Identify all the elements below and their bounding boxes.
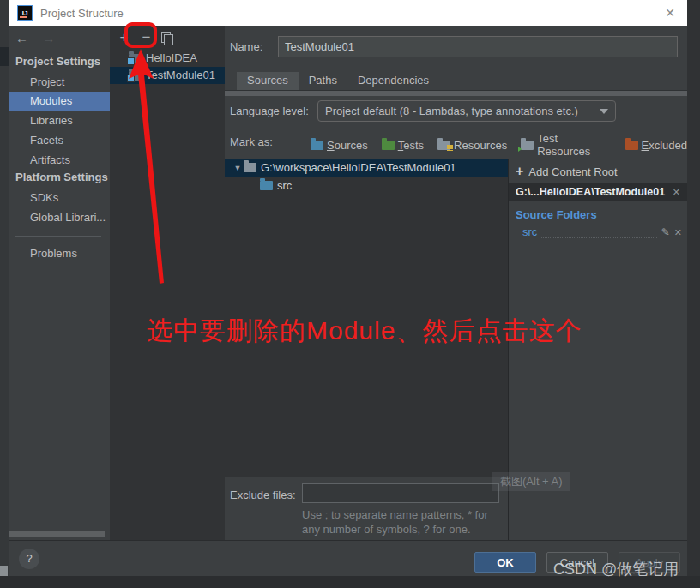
intellij-logo-icon: IJ (17, 5, 33, 21)
tree-row-content-root[interactable]: ▼ G:\workspace\HelloIDEA\TestModule01 (225, 159, 508, 177)
tests-folder-icon (382, 141, 395, 150)
chevron-down-icon (600, 109, 608, 114)
forward-arrow-icon: → (42, 31, 55, 45)
dialog-title-bar: IJ Project Structure ✕ (9, 0, 687, 26)
background-status-bar (0, 576, 700, 588)
settings-sidebar: ← → Project Settings Project Modules Lib… (9, 26, 110, 540)
tree-row-src[interactable]: src (225, 177, 508, 195)
excluded-folder-icon (625, 141, 638, 150)
module-editor-panel: Name: Sources Paths Dependencies Languag… (225, 26, 687, 540)
mark-as-label: Mark as: (230, 135, 273, 148)
screen: IJ Project Structure ✕ ← → Project Setti… (0, 0, 700, 588)
source-folder-entry[interactable]: src ✎ ✕ (522, 225, 682, 238)
sidebar-item-libraries[interactable]: Libraries (9, 111, 110, 130)
project-structure-dialog: IJ Project Structure ✕ ← → Project Setti… (9, 0, 687, 576)
exclude-files-input[interactable] (302, 483, 499, 503)
background-window-fragment (0, 47, 9, 66)
sidebar-item-modules[interactable]: Modules (9, 92, 110, 111)
mark-as-resources[interactable]: Resources (438, 139, 507, 152)
close-icon[interactable]: ✕ (661, 6, 679, 20)
editor-tabs: Sources Paths Dependencies (237, 72, 439, 90)
content-root-tree: ▼ G:\workspace\HelloIDEA\TestModule01 sr… (225, 159, 508, 477)
language-level-dropdown[interactable]: Project default (8 - Lambdas, type annot… (317, 100, 616, 122)
src-folder-icon (260, 181, 273, 190)
module-list-item[interactable]: HelloIDEA (110, 50, 225, 67)
background-window-right-edge (687, 0, 700, 588)
exclude-files-label: Exclude files: (230, 489, 296, 501)
dotted-leader (541, 228, 656, 238)
history-nav: ← → (15, 31, 55, 45)
section-header-project-settings: Project Settings (15, 55, 100, 68)
horizontal-scrollbar[interactable] (225, 91, 687, 96)
add-content-root-button[interactable]: + Add Content Root (516, 164, 618, 179)
plus-icon: + (516, 164, 523, 179)
mark-as-excluded[interactable]: Excluded (625, 139, 687, 152)
panel-divider (508, 159, 509, 540)
apply-button: Apply (619, 552, 680, 573)
add-module-icon[interactable]: + (117, 30, 131, 45)
sidebar-item-facets[interactable]: Facets (9, 131, 110, 150)
background-window-left-edge (0, 0, 9, 588)
sidebar-item-project[interactable]: Project (9, 73, 110, 92)
remove-content-root-icon[interactable]: ✕ (673, 187, 680, 198)
language-level-label: Language level: (230, 105, 309, 117)
ok-button[interactable]: OK (474, 552, 536, 573)
module-folder-icon (129, 54, 142, 63)
module-list-panel: + − HelloIDEA TestModule01 (110, 26, 225, 540)
chevron-expanded-icon[interactable]: ▼ (232, 164, 244, 172)
test-resources-folder-icon (521, 141, 534, 150)
sidebar-item-global-libraries[interactable]: Global Librari... (9, 208, 110, 227)
cancel-button[interactable]: Cancel (546, 552, 608, 573)
sidebar-horizontal-scrollbar[interactable] (9, 531, 105, 537)
exclude-files-hint: Use ; to separate name patterns, * for a… (302, 507, 508, 537)
content-root-folder-icon (244, 163, 256, 172)
sidebar-item-artifacts[interactable]: Artifacts (9, 151, 110, 170)
name-label: Name: (230, 40, 262, 53)
source-folders-header: Source Folders (516, 208, 597, 221)
mark-as-sources[interactable]: Sources (311, 139, 368, 152)
mark-as-tests[interactable]: Tests (382, 139, 424, 152)
dialog-footer: ? OK Cancel Apply (9, 540, 687, 576)
sidebar-divider (15, 236, 101, 237)
sidebar-item-problems[interactable]: Problems (9, 244, 110, 263)
edit-pencil-icon[interactable]: ✎ (661, 226, 670, 238)
tab-paths[interactable]: Paths (299, 72, 347, 90)
content-root-entry[interactable]: G:\...HelloIDEA\TestModule01 ✕ (509, 183, 687, 201)
mark-as-test-resources[interactable]: Test Resources (521, 132, 611, 158)
sidebar-item-sdks[interactable]: SDKs (9, 189, 110, 207)
module-toolbar: + − (117, 29, 172, 46)
module-list-item-selected[interactable]: TestModule01 (110, 67, 225, 84)
mark-as-options: Sources Tests Resources Test Resources E… (311, 132, 687, 158)
dialog-title: Project Structure (40, 7, 124, 20)
tab-sources[interactable]: Sources (237, 72, 299, 90)
language-level-value: Project default (8 - Lambdas, type annot… (325, 105, 578, 117)
tab-dependencies[interactable]: Dependencies (347, 72, 439, 90)
section-header-platform-settings: Platform Settings (15, 171, 108, 183)
sources-folder-icon (311, 141, 323, 150)
resources-folder-icon (438, 141, 450, 150)
help-button[interactable]: ? (19, 549, 39, 569)
remove-source-folder-icon[interactable]: ✕ (674, 227, 682, 238)
copy-module-icon[interactable] (161, 32, 172, 44)
back-arrow-icon[interactable]: ← (15, 31, 28, 45)
remove-module-icon[interactable]: − (139, 30, 154, 45)
module-folder-icon (129, 71, 142, 81)
module-name-input[interactable] (278, 36, 678, 57)
